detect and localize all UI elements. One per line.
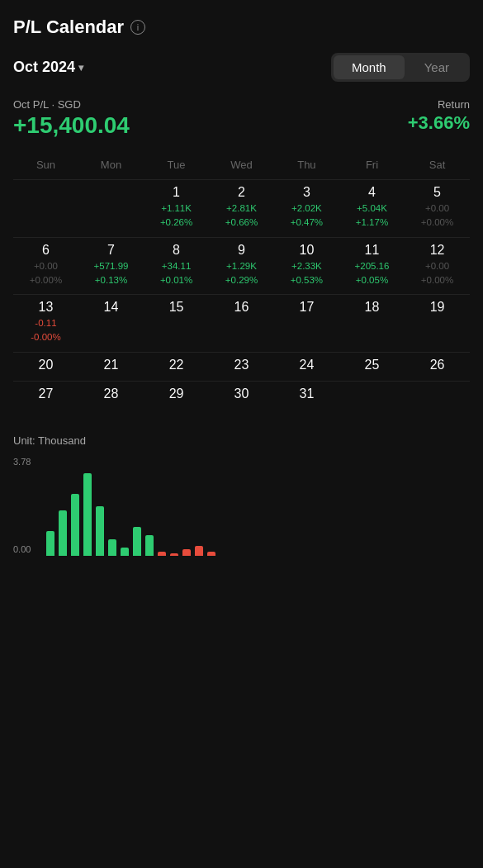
y-max-label: 3.78 <box>13 457 31 467</box>
chart-bar-wrapper <box>182 457 191 556</box>
day-number: 4 <box>341 185 403 200</box>
weekday-header-thu: Thu <box>274 154 339 180</box>
chart-bar <box>145 535 154 556</box>
calendar-cell[interactable]: 21 <box>78 352 144 381</box>
day-pl: +0.00+0.00% <box>406 259 468 288</box>
calendar-cell[interactable]: 8+34.11+0.01% <box>144 237 209 295</box>
day-number: 20 <box>15 358 77 372</box>
weekday-header-sun: Sun <box>13 154 78 180</box>
calendar-week-0: 1+1.11K+0.26%2+2.81K+0.66%3+2.02K+0.47%4… <box>13 180 470 238</box>
calendar-cell[interactable]: 26 <box>405 352 470 381</box>
calendar-cell[interactable]: 20 <box>13 352 78 381</box>
chart-section: Unit: Thousand 3.78 0.00 <box>13 426 470 556</box>
month-selector[interactable]: Oct 2024 ▾ <box>13 59 83 76</box>
calendar-cell[interactable]: 19 <box>405 295 470 353</box>
calendar-cell[interactable]: 30 <box>209 381 274 410</box>
calendar-cell[interactable]: 13-0.11-0.00% <box>13 295 78 353</box>
day-pl: +0.00+0.00% <box>406 202 468 230</box>
pl-summary: Oct P/L · SGD +15,400.04 Return +3.66% <box>13 98 470 139</box>
calendar-cell[interactable]: 25 <box>339 352 405 381</box>
calendar-cell[interactable]: 1+1.11K+0.26% <box>144 180 209 238</box>
calendar-cell[interactable]: 7+571.99+0.13% <box>78 237 144 295</box>
chart-area: 3.78 0.00 <box>13 457 470 556</box>
pl-left: Oct P/L · SGD +15,400.04 <box>13 98 130 139</box>
day-pl: +571.99+0.13% <box>80 259 142 288</box>
calendar-week-4: 2728293031 <box>13 381 470 410</box>
chart-bar-wrapper <box>96 457 104 556</box>
calendar-cell[interactable]: 24 <box>274 352 339 381</box>
calendar-cell <box>339 381 405 410</box>
calendar-cell[interactable]: 16 <box>209 295 274 353</box>
calendar-cell[interactable]: 28 <box>78 381 144 410</box>
chart-bar <box>46 531 54 556</box>
calendar-cell[interactable]: 17 <box>274 295 339 353</box>
calendar-cell[interactable]: 11+205.16+0.05% <box>339 237 405 295</box>
pl-label: Oct P/L · SGD <box>13 98 130 111</box>
y-min-label: 0.00 <box>13 544 31 554</box>
chart-bar <box>59 510 67 556</box>
day-number: 29 <box>145 387 207 401</box>
day-number: 1 <box>145 185 207 200</box>
day-number: 7 <box>80 243 142 258</box>
dropdown-arrow: ▾ <box>78 62 83 74</box>
day-number: 3 <box>276 185 338 200</box>
chart-bar-wrapper <box>59 457 67 556</box>
day-number: 13 <box>15 300 77 315</box>
calendar-cell[interactable]: 23 <box>209 352 274 381</box>
info-icon[interactable]: i <box>130 20 145 35</box>
day-number: 22 <box>145 358 207 372</box>
chart-bar <box>71 494 79 556</box>
period-label: Oct 2024 <box>13 59 75 76</box>
day-number: 23 <box>211 358 272 372</box>
calendar-cell[interactable]: 12+0.00+0.00% <box>405 237 470 295</box>
calendar-cell[interactable]: 31 <box>274 381 339 410</box>
day-pl: +1.29K+0.29% <box>211 259 272 288</box>
day-number: 10 <box>276 243 338 258</box>
day-pl: +2.33K+0.53% <box>276 259 338 288</box>
year-toggle-button[interactable]: Year <box>406 55 467 79</box>
y-axis-labels: 3.78 0.00 <box>13 457 31 556</box>
return-label: Return <box>408 98 470 111</box>
day-number: 24 <box>276 358 338 372</box>
chart-bar <box>182 549 191 556</box>
calendar-cell[interactable]: 6+0.00+0.00% <box>13 237 78 295</box>
calendar-cell[interactable]: 14 <box>78 295 144 353</box>
chart-bar <box>108 539 116 556</box>
weekday-header-tue: Tue <box>144 154 209 180</box>
day-number: 18 <box>341 300 403 315</box>
day-number: 5 <box>406 185 468 200</box>
weekday-header-mon: Mon <box>78 154 144 180</box>
calendar-week-2: 13-0.11-0.00%141516171819 <box>13 295 470 353</box>
controls-row: Oct 2024 ▾ Month Year <box>13 53 470 82</box>
calendar-cell[interactable]: 2+2.81K+0.66% <box>209 180 274 238</box>
calendar-cell[interactable]: 9+1.29K+0.29% <box>209 237 274 295</box>
calendar-cell[interactable]: 29 <box>144 381 209 410</box>
chart-bar-wrapper <box>83 457 92 556</box>
calendar-cell[interactable]: 27 <box>13 381 78 410</box>
calendar-cell <box>405 381 470 410</box>
day-number: 21 <box>80 358 142 372</box>
calendar-cell[interactable]: 15 <box>144 295 209 353</box>
calendar-cell[interactable]: 18 <box>339 295 405 353</box>
calendar-cell[interactable]: 22 <box>144 352 209 381</box>
chart-bar-wrapper <box>121 457 129 556</box>
return-value: +3.66% <box>408 112 470 134</box>
chart-bar-wrapper <box>145 457 154 556</box>
calendar-grid: SunMonTueWedThuFriSat 1+1.11K+0.26%2+2.8… <box>13 154 470 410</box>
chart-bar <box>96 506 104 556</box>
day-number: 2 <box>211 185 272 200</box>
chart-bar-wrapper <box>108 457 116 556</box>
chart-bar <box>158 552 166 556</box>
calendar-cell[interactable]: 4+5.04K+1.17% <box>339 180 405 238</box>
chart-bar-wrapper <box>170 457 178 556</box>
view-toggle-group: Month Year <box>331 53 470 82</box>
calendar-cell[interactable]: 3+2.02K+0.47% <box>274 180 339 238</box>
page-title: P/L Calendar <box>13 17 124 38</box>
day-number: 11 <box>341 243 403 258</box>
calendar-cell[interactable]: 10+2.33K+0.53% <box>274 237 339 295</box>
chart-bar-wrapper <box>195 457 203 556</box>
chart-bar-wrapper <box>46 457 54 556</box>
month-toggle-button[interactable]: Month <box>334 55 405 79</box>
calendar-cell[interactable]: 5+0.00+0.00% <box>405 180 470 238</box>
chart-bar-wrapper <box>133 457 141 556</box>
